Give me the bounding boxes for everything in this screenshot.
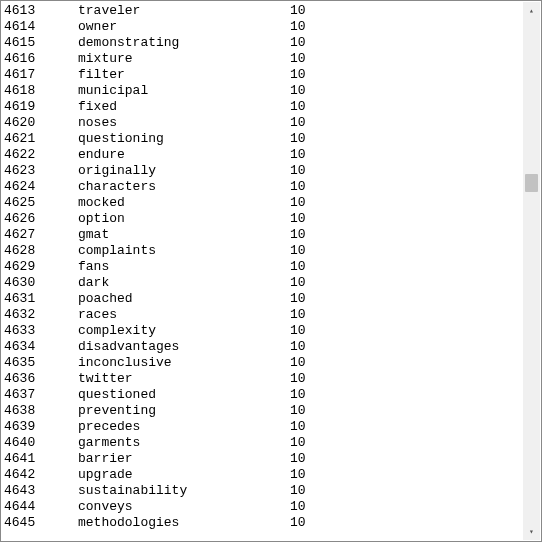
scroll-down-button[interactable]: ▾ xyxy=(523,523,540,540)
word-cell: mixture xyxy=(78,51,290,67)
word-cell: complexity xyxy=(78,323,290,339)
table-row[interactable]: 4644conveys10 xyxy=(1,499,523,515)
line-number: 4621 xyxy=(4,131,78,147)
table-row[interactable]: 4623originally10 xyxy=(1,163,523,179)
line-number: 4625 xyxy=(4,195,78,211)
count-cell: 10 xyxy=(290,307,306,323)
word-cell: demonstrating xyxy=(78,35,290,51)
table-row[interactable]: 4614owner10 xyxy=(1,19,523,35)
word-cell: garments xyxy=(78,435,290,451)
word-cell: characters xyxy=(78,179,290,195)
word-cell: barrier xyxy=(78,451,290,467)
table-row[interactable]: 4625mocked10 xyxy=(1,195,523,211)
line-number: 4617 xyxy=(4,67,78,83)
count-cell: 10 xyxy=(290,99,306,115)
word-cell: precedes xyxy=(78,419,290,435)
word-cell: mocked xyxy=(78,195,290,211)
count-cell: 10 xyxy=(290,355,306,371)
table-row[interactable]: 4615demonstrating10 xyxy=(1,35,523,51)
table-row[interactable]: 4624characters10 xyxy=(1,179,523,195)
count-cell: 10 xyxy=(290,291,306,307)
table-row[interactable]: 4619fixed10 xyxy=(1,99,523,115)
table-row[interactable]: 4613traveler10 xyxy=(1,3,523,19)
line-number: 4618 xyxy=(4,83,78,99)
word-cell: disadvantages xyxy=(78,339,290,355)
scroll-up-button[interactable]: ▴ xyxy=(523,2,540,19)
table-row[interactable]: 4628complaints10 xyxy=(1,243,523,259)
word-cell: complaints xyxy=(78,243,290,259)
count-cell: 10 xyxy=(290,3,306,19)
table-row[interactable]: 4620noses10 xyxy=(1,115,523,131)
line-number: 4622 xyxy=(4,147,78,163)
line-number: 4634 xyxy=(4,339,78,355)
line-number: 4643 xyxy=(4,483,78,499)
line-number: 4639 xyxy=(4,419,78,435)
table-row[interactable]: 4635inconclusive10 xyxy=(1,355,523,371)
count-cell: 10 xyxy=(290,259,306,275)
count-cell: 10 xyxy=(290,19,306,35)
table-row[interactable]: 4643sustainability10 xyxy=(1,483,523,499)
table-row[interactable]: 4618municipal10 xyxy=(1,83,523,99)
table-row[interactable]: 4634disadvantages10 xyxy=(1,339,523,355)
line-number: 4614 xyxy=(4,19,78,35)
count-cell: 10 xyxy=(290,179,306,195)
line-number: 4630 xyxy=(4,275,78,291)
word-cell: fans xyxy=(78,259,290,275)
table-row[interactable]: 4639precedes10 xyxy=(1,419,523,435)
line-number: 4632 xyxy=(4,307,78,323)
line-number: 4633 xyxy=(4,323,78,339)
table-row[interactable]: 4631poached10 xyxy=(1,291,523,307)
table-row[interactable]: 4645methodologies10 xyxy=(1,515,523,531)
table-row[interactable]: 4638preventing10 xyxy=(1,403,523,419)
word-cell: fixed xyxy=(78,99,290,115)
count-cell: 10 xyxy=(290,403,306,419)
line-number: 4642 xyxy=(4,467,78,483)
table-row[interactable]: 4621questioning10 xyxy=(1,131,523,147)
table-row[interactable]: 4630dark10 xyxy=(1,275,523,291)
table-row[interactable]: 4632races10 xyxy=(1,307,523,323)
word-cell: option xyxy=(78,211,290,227)
word-cell: preventing xyxy=(78,403,290,419)
vertical-scrollbar[interactable]: ▴ ▾ xyxy=(523,2,540,540)
count-cell: 10 xyxy=(290,147,306,163)
line-number: 4637 xyxy=(4,387,78,403)
count-cell: 10 xyxy=(290,451,306,467)
table-row[interactable]: 4642upgrade10 xyxy=(1,467,523,483)
table-row[interactable]: 4626option10 xyxy=(1,211,523,227)
line-number: 4641 xyxy=(4,451,78,467)
table-row[interactable]: 4640garments10 xyxy=(1,435,523,451)
line-number: 4613 xyxy=(4,3,78,19)
table-row[interactable]: 4616mixture10 xyxy=(1,51,523,67)
count-cell: 10 xyxy=(290,323,306,339)
table-row[interactable]: 4627gmat10 xyxy=(1,227,523,243)
scroll-thumb[interactable] xyxy=(525,174,538,192)
count-cell: 10 xyxy=(290,499,306,515)
table-row[interactable]: 4636twitter10 xyxy=(1,371,523,387)
table-row[interactable]: 4633complexity10 xyxy=(1,323,523,339)
word-cell: conveys xyxy=(78,499,290,515)
line-number: 4640 xyxy=(4,435,78,451)
table-row[interactable]: 4641barrier10 xyxy=(1,451,523,467)
word-cell: races xyxy=(78,307,290,323)
count-cell: 10 xyxy=(290,227,306,243)
count-cell: 10 xyxy=(290,115,306,131)
count-cell: 10 xyxy=(290,131,306,147)
count-cell: 10 xyxy=(290,195,306,211)
table-row[interactable]: 4637questioned10 xyxy=(1,387,523,403)
text-content-area[interactable]: 4613traveler104614owner104615demonstrati… xyxy=(1,3,523,541)
table-row[interactable]: 4622endure10 xyxy=(1,147,523,163)
count-cell: 10 xyxy=(290,51,306,67)
line-number: 4645 xyxy=(4,515,78,531)
word-cell: inconclusive xyxy=(78,355,290,371)
table-row[interactable]: 4629fans10 xyxy=(1,259,523,275)
table-row[interactable]: 4617filter10 xyxy=(1,67,523,83)
line-number: 4623 xyxy=(4,163,78,179)
line-number: 4624 xyxy=(4,179,78,195)
count-cell: 10 xyxy=(290,67,306,83)
count-cell: 10 xyxy=(290,387,306,403)
word-cell: traveler xyxy=(78,3,290,19)
line-number: 4631 xyxy=(4,291,78,307)
word-cell: poached xyxy=(78,291,290,307)
word-cell: questioning xyxy=(78,131,290,147)
word-cell: sustainability xyxy=(78,483,290,499)
